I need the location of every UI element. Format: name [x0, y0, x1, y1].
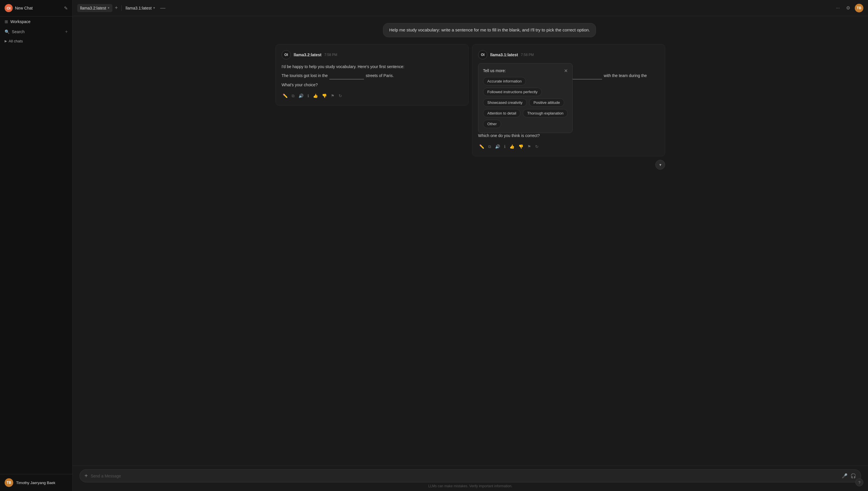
headphone-icon: 🎧 [850, 473, 856, 478]
ai1-flag-button[interactable]: ⚑ [330, 92, 336, 99]
feedback-row-3: Attention to detail Thorough explanation [483, 109, 568, 117]
ai1-thumbup-button[interactable]: 👍 [312, 92, 319, 99]
model1-chevron-icon: ▾ [108, 6, 110, 10]
headphone-button[interactable]: 🎧 [850, 473, 856, 479]
sidebar-item-all-chats[interactable]: ▶ All chats [0, 37, 72, 46]
feedback-option-attention[interactable]: Attention to detail [483, 109, 521, 117]
ai2-model-name: llama3.1:latest [490, 53, 518, 57]
ai1-intro: I'd be happy to help you study vocabular… [282, 63, 463, 70]
sidebar-item-workspace[interactable]: ⊞ Workspace [0, 17, 72, 27]
tab-model1[interactable]: llama3.2:latest ▾ [77, 4, 113, 12]
ai2-question: Which one do you think is correct? [478, 133, 659, 139]
settings-icon: ⚙ [846, 5, 850, 10]
help-button[interactable]: ? [855, 478, 863, 486]
ai1-action-bar: ✏️ ⧉ 🔊 ℹ 👍 👎 ⚑ ↻ [282, 92, 463, 99]
new-search-icon[interactable]: + [65, 29, 68, 34]
feedback-option-positive[interactable]: Positive attitude [529, 98, 564, 107]
ai1-response-body: I'd be happy to help you study vocabular… [282, 63, 463, 88]
feedback-option-creativity[interactable]: Showcased creativity [483, 98, 527, 107]
sidebar-search[interactable]: 🔍 Search + [0, 27, 72, 37]
ai2-info-button[interactable]: ℹ [503, 143, 507, 150]
ai2-logo: OI [478, 50, 487, 59]
feedback-popup-header: Tell us more: ✕ [483, 68, 568, 74]
ai1-info-button[interactable]: ℹ [306, 92, 310, 99]
feedback-row-4: Other [483, 120, 568, 128]
feedback-row-1: Followed instructions perfectly [483, 88, 568, 96]
ai2-audio-button[interactable]: 🔊 [494, 143, 501, 150]
ai2-timestamp: 7:58 PM [521, 53, 534, 57]
message-input[interactable] [91, 474, 839, 478]
ai2-header: OI llama3.1:latest 7:58 PM [478, 50, 659, 59]
ai-response-panel-2: OI llama3.1:latest 7:58 PM Here's your f… [472, 44, 665, 156]
remove-tab-button[interactable]: — [158, 4, 168, 12]
sidebar-header: OI New Chat ✎ [0, 0, 72, 17]
input-add-button[interactable]: + [85, 472, 88, 479]
ai1-refresh-button[interactable]: ↻ [337, 92, 343, 99]
chat-area: Help me study vocabulary: write a senten… [73, 16, 868, 466]
microphone-button[interactable]: 🎤 [842, 473, 847, 479]
feedback-row-2: Showcased creativity Positive attitude [483, 98, 568, 107]
topbar-actions: ··· ⚙ TB [834, 4, 863, 12]
topbar: llama3.2:latest ▾ + llama3.1:latest ▾ — … [73, 0, 868, 16]
search-label: Search [12, 29, 63, 34]
scroll-down-button[interactable]: ▾ [655, 160, 665, 170]
sidebar-footer-user[interactable]: TB Timothy Jaeryang Baek [0, 474, 72, 491]
ai1-header: OI llama3.2:latest 7:58 PM [282, 50, 463, 59]
app-logo: OI [5, 4, 13, 12]
user-message-text: Help me study vocabulary: write a senten… [389, 27, 590, 32]
feedback-option-other[interactable]: Other [483, 120, 501, 128]
ai2-thumbup-button[interactable]: 👍 [508, 143, 516, 150]
ai1-model-name: llama3.2:latest [293, 53, 321, 57]
sidebar-user-name: Timothy Jaeryang Baek [16, 481, 55, 485]
ai2-action-bar: ✏️ ⧉ 🔊 ℹ 👍 👎 ⚑ ↻ [478, 143, 659, 150]
disclaimer-text: LLMs can make mistakes. Verify important… [80, 482, 861, 489]
add-tab-button[interactable]: + [113, 4, 120, 12]
ai2-thumbdown-button[interactable]: 👎 [517, 143, 525, 150]
ai-response-panel-1: OI llama3.2:latest 7:58 PM I'd be happy … [276, 44, 469, 106]
ai1-thumbdown-button[interactable]: 👎 [321, 92, 328, 99]
ai2-copy-button[interactable]: ⧉ [487, 143, 492, 150]
feedback-close-button[interactable]: ✕ [564, 68, 568, 74]
ai1-logo: OI [282, 50, 291, 59]
all-chats-label: All chats [9, 39, 23, 43]
sidebar-logo-row[interactable]: OI New Chat [5, 4, 33, 12]
ai2-refresh-button[interactable]: ↻ [534, 143, 540, 150]
feedback-options: Accurate information Followed instructio… [483, 77, 568, 128]
ai-responses-row: OI llama3.2:latest 7:58 PM I'd be happy … [269, 44, 672, 156]
tab-separator [121, 5, 122, 11]
input-bar: + 🎤 🎧 [80, 469, 861, 482]
ai2-edit-button[interactable]: ✏️ [478, 143, 485, 150]
model2-label: llama3.1:latest [126, 6, 152, 10]
ai2-flag-button[interactable]: ⚑ [526, 143, 532, 150]
more-options-button[interactable]: ··· [834, 4, 841, 12]
mic-icon: 🎤 [842, 473, 847, 478]
plus-icon: + [85, 472, 88, 479]
main-content: llama3.2:latest ▾ + llama3.1:latest ▾ — … [73, 0, 868, 491]
chevron-right-icon: ▶ [5, 39, 7, 43]
feedback-option-thorough[interactable]: Thorough explanation [523, 109, 568, 117]
sidebar: OI New Chat ✎ ⊞ Workspace 🔍 Search + ▶ A… [0, 0, 73, 491]
edit-icon[interactable]: ✎ [64, 5, 68, 11]
model2-chevron-icon: ▾ [153, 6, 155, 10]
feedback-popup-title: Tell us more: [483, 68, 506, 73]
settings-button[interactable]: ⚙ [844, 4, 852, 12]
fill-blank-2 [567, 73, 602, 79]
workspace-icon: ⊞ [5, 19, 8, 24]
ai1-question: What's your choice? [282, 82, 463, 88]
feedback-popup: Tell us more: ✕ Accurate information Fol… [478, 63, 572, 133]
sidebar-user-avatar: TB [5, 478, 13, 487]
workspace-label: Workspace [10, 19, 31, 24]
feedback-option-instructions[interactable]: Followed instructions perfectly [483, 88, 542, 96]
search-icon: 🔍 [5, 29, 9, 34]
ai1-copy-button[interactable]: ⧉ [290, 92, 296, 99]
tab-model2[interactable]: llama3.1:latest ▾ [123, 4, 158, 12]
new-chat-label: New Chat [15, 6, 33, 10]
feedback-option-accurate[interactable]: Accurate information [483, 77, 526, 85]
ai1-audio-button[interactable]: 🔊 [298, 92, 305, 99]
input-bar-wrapper: + 🎤 🎧 LLMs can make mistakes. Verify imp… [73, 466, 868, 491]
fill-blank-1 [330, 73, 364, 79]
topbar-user-avatar[interactable]: TB [855, 4, 863, 12]
ai1-sentence: The tourists got lost in the streets of … [282, 73, 463, 79]
feedback-row-0: Accurate information [483, 77, 568, 85]
ai1-edit-button[interactable]: ✏️ [282, 92, 289, 99]
